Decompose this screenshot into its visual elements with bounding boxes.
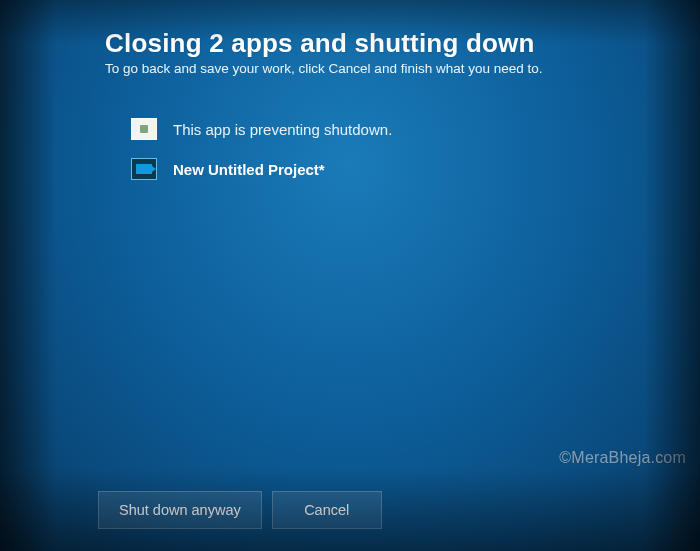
- list-item: This app is preventing shutdown.: [131, 118, 665, 140]
- watermark-text: ©MeraBheja.com: [559, 449, 686, 467]
- action-button-bar: Shut down anyway Cancel: [98, 491, 382, 529]
- page-subtitle: To go back and save your work, click Can…: [105, 61, 665, 76]
- app-name-text: New Untitled Project*: [173, 161, 325, 178]
- blocking-app-list: This app is preventing shutdown. New Unt…: [131, 118, 665, 180]
- shutdown-anyway-button[interactable]: Shut down anyway: [98, 491, 262, 529]
- generic-app-icon: [131, 118, 157, 140]
- app-status-text: This app is preventing shutdown.: [173, 121, 392, 138]
- video-app-icon: [131, 158, 157, 180]
- main-content: Closing 2 apps and shutting down To go b…: [105, 28, 665, 198]
- cancel-button[interactable]: Cancel: [272, 491, 382, 529]
- list-item: New Untitled Project*: [131, 158, 665, 180]
- page-title: Closing 2 apps and shutting down: [105, 28, 665, 59]
